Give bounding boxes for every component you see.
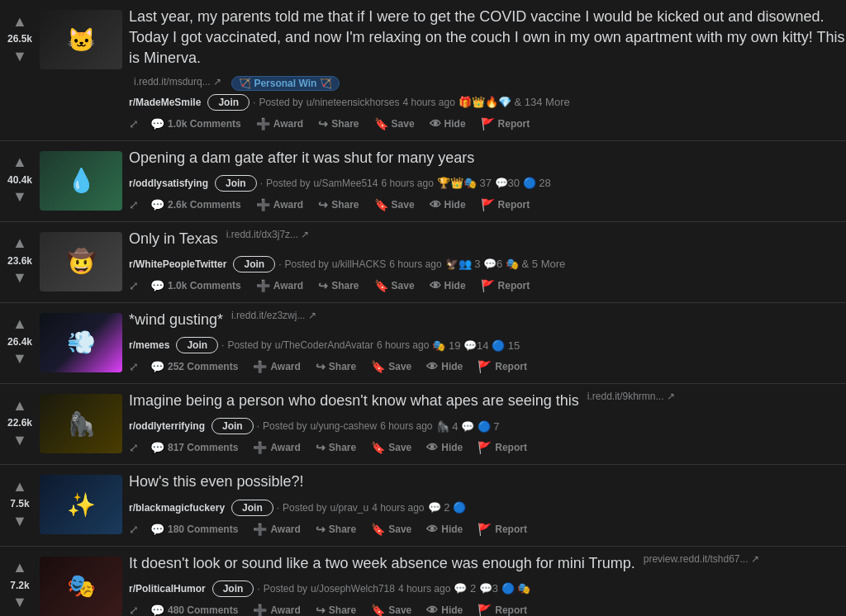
share-button[interactable]: ↪Share [309,600,363,616]
hide-button[interactable]: 👁Hide [420,519,469,539]
post-external-link[interactable]: i.redd.it/9khrmn... ↗ [587,391,675,402]
downvote-button[interactable]: ▼ [10,593,30,613]
subreddit-link[interactable]: r/memes [129,339,169,351]
user-link[interactable]: u/yung-cashew [310,420,377,432]
downvote-button[interactable]: ▼ [10,46,30,66]
join-button[interactable]: Join [215,175,257,192]
upvote-button[interactable]: ▲ [10,12,30,31]
expand-icon[interactable]: ⤢ [129,604,139,616]
comments-button[interactable]: 💬1.0k Comments [144,114,248,134]
expand-icon[interactable]: ⤢ [129,360,139,373]
comments-button[interactable]: 💬817 Comments [144,438,245,457]
subreddit-link[interactable]: r/PoliticalHumor [129,583,206,595]
user-link[interactable]: u/killHACKS [332,258,386,270]
user-link[interactable]: u/TheCoderAndAvatar [275,339,373,351]
join-button[interactable]: Join [176,337,218,353]
comments-button[interactable]: 💬252 Comments [144,357,245,377]
save-button[interactable]: 🔖Save [368,195,421,215]
subreddit-link[interactable]: r/MadeMeSmile [129,97,201,108]
post-title[interactable]: Only in Texas [129,229,218,249]
award-button[interactable]: ➕Award [246,357,307,377]
comments-button[interactable]: 💬480 Comments [144,600,245,616]
post-thumbnail[interactable]: 🐱 [40,10,122,69]
post-title[interactable]: How's this even possible?! [129,471,304,492]
report-button[interactable]: 🚩Report [471,357,534,377]
share-button[interactable]: ↪Share [311,114,365,134]
hide-button[interactable]: 👁Hide [423,195,473,215]
share-button[interactable]: ↪Share [309,438,363,457]
report-button[interactable]: 🚩Report [474,195,537,215]
report-button[interactable]: 🚩Report [474,114,537,134]
downvote-button[interactable]: ▼ [10,511,30,531]
join-button[interactable]: Join [207,94,250,111]
save-button[interactable]: 🔖Save [364,519,418,539]
expand-icon[interactable]: ⤢ [129,198,139,211]
award-button[interactable]: ➕Award [250,195,310,215]
comments-button[interactable]: 💬2.6k Comments [144,195,248,215]
join-button[interactable]: Join [233,256,275,272]
join-button[interactable]: Join [231,500,273,516]
upvote-button[interactable]: ▲ [10,315,30,334]
award-button[interactable]: ➕Award [246,600,307,616]
expand-icon[interactable]: ⤢ [129,117,139,130]
upvote-button[interactable]: ▲ [10,558,30,578]
post-title[interactable]: Imagine being a person who doesn't know … [129,391,579,411]
downvote-button[interactable]: ▼ [10,349,30,369]
award-button[interactable]: ➕Award [246,519,307,539]
subreddit-link[interactable]: r/WhitePeopleTwitter [129,258,226,270]
user-link[interactable]: u/SamMee514 [313,178,378,189]
post-thumbnail[interactable]: 🤠 [40,232,122,291]
user-link[interactable]: u/nineteensickhorses [307,97,400,108]
report-button[interactable]: 🚩Report [471,600,534,616]
join-button[interactable]: Join [212,580,254,597]
save-button[interactable]: 🔖Save [364,438,418,457]
upvote-button[interactable]: ▲ [10,476,30,496]
downvote-button[interactable]: ▼ [10,430,30,450]
share-button[interactable]: ↪Share [311,195,365,215]
post-title[interactable]: *wind gusting* [129,310,223,330]
comments-button[interactable]: 💬180 Comments [144,519,245,539]
comments-button[interactable]: 💬1.0k Comments [144,276,248,296]
save-button[interactable]: 🔖Save [364,600,418,616]
join-button[interactable]: Join [212,418,254,434]
post-external-link[interactable]: i.redd.it/ez3zwj... ↗ [231,310,316,321]
share-button[interactable]: ↪Share [309,357,363,377]
award-button[interactable]: ➕Award [250,276,310,296]
award-button[interactable]: ➕Award [246,438,307,457]
award-button[interactable]: ➕Award [250,114,310,134]
post-thumbnail[interactable]: 🎭 [40,557,122,616]
post-title[interactable]: Opening a dam gate after it was shut for… [129,148,474,168]
hide-button[interactable]: 👁Hide [420,438,469,457]
downvote-button[interactable]: ▼ [10,187,30,207]
save-button[interactable]: 🔖Save [368,114,421,134]
subreddit-link[interactable]: r/blackmagicfuckery [129,502,225,514]
upvote-button[interactable]: ▲ [10,396,30,415]
post-title[interactable]: Last year, my parents told me that if I … [129,7,846,69]
post-thumbnail[interactable]: ✨ [40,475,122,534]
subreddit-link[interactable]: r/oddlysatisfying [129,178,208,189]
hide-button[interactable]: 👁Hide [420,600,469,616]
share-button[interactable]: ↪Share [311,276,365,296]
share-button[interactable]: ↪Share [309,519,363,539]
hide-button[interactable]: 👁Hide [420,357,469,377]
post-thumbnail[interactable]: 🦍 [40,394,122,453]
report-button[interactable]: 🚩Report [471,438,534,457]
post-title[interactable]: It doesn't look or sound like a two week… [129,553,635,574]
save-button[interactable]: 🔖Save [368,276,421,296]
expand-icon[interactable]: ⤢ [129,279,139,292]
report-button[interactable]: 🚩Report [471,519,534,539]
upvote-button[interactable]: ▲ [10,153,30,173]
hide-button[interactable]: 👁Hide [423,114,473,134]
report-button[interactable]: 🚩Report [474,276,537,296]
hide-button[interactable]: 👁Hide [423,276,473,296]
expand-icon[interactable]: ⤢ [129,441,139,454]
user-link[interactable]: u/JosephWelch718 [311,583,395,595]
downvote-button[interactable]: ▼ [10,268,30,288]
expand-icon[interactable]: ⤢ [129,523,139,536]
user-link[interactable]: u/prav_u [330,502,368,514]
post-thumbnail[interactable]: 💨 [40,313,122,372]
post-external-link[interactable]: i.redd.it/dx3j7z... ↗ [226,229,310,240]
post-thumbnail[interactable]: 💧 [40,151,122,211]
save-button[interactable]: 🔖Save [364,357,418,377]
post-external-link[interactable]: i.redd.it/msdurq... ↗ [134,76,221,88]
